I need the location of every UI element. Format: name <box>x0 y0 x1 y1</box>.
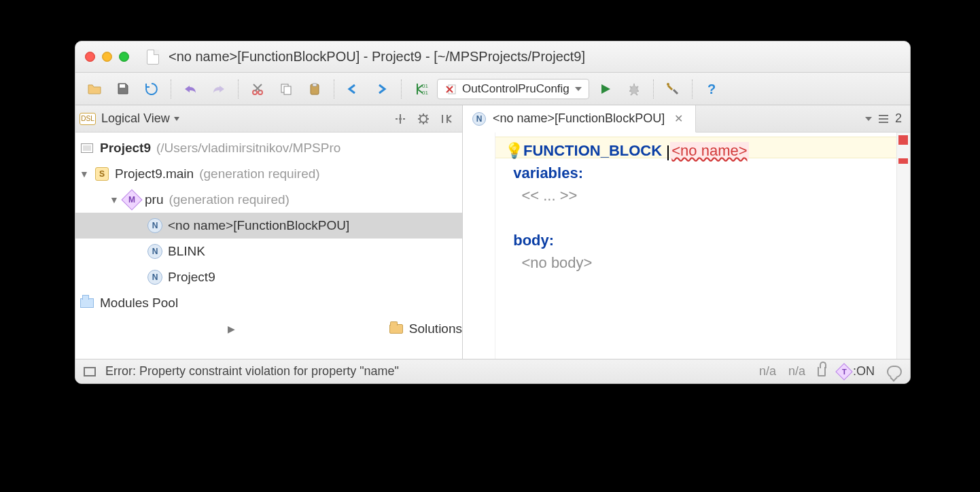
tree-label: Project9 <box>168 270 215 285</box>
run-button[interactable] <box>593 79 618 99</box>
project-panel-header: DSL Logical View <box>75 105 462 133</box>
typesystem-icon[interactable]: T <box>835 363 852 380</box>
main-toolbar: 0101 OutControlPruConfig ? <box>75 73 910 105</box>
project-icon <box>81 143 93 153</box>
svg-rect-6 <box>313 84 317 86</box>
expander-icon[interactable] <box>109 194 119 205</box>
run-config-combo[interactable]: OutControlPruConfig <box>437 79 589 99</box>
readonly-lock-icon[interactable] <box>818 367 826 376</box>
tree-model-node[interactable]: M pru (generation required) <box>75 187 462 213</box>
error-marker[interactable] <box>898 135 908 145</box>
code-editor[interactable]: 💡FUNCTION_BLOCK <no name> variables: << … <box>495 133 896 359</box>
project-view-label: Logical View <box>101 111 170 125</box>
svg-point-13 <box>399 118 402 120</box>
window-close-button[interactable] <box>85 52 95 62</box>
editor-panel: N <no name>[FunctionBlockPOU] ✕ 2 💡FUNCT… <box>463 105 910 359</box>
tree-path: (/Users/vladimirsitnikov/MPSPro <box>156 141 340 156</box>
tree-modules-pool[interactable]: Modules Pool <box>75 290 462 316</box>
scroll-from-source-button[interactable] <box>391 110 409 128</box>
redo-button[interactable] <box>207 79 231 99</box>
editor-gutter <box>463 133 495 359</box>
editor-tab[interactable]: N <no name>[FunctionBlockPOU] ✕ <box>463 105 696 133</box>
chevron-down-icon <box>174 117 179 121</box>
close-tab-button[interactable]: ✕ <box>671 112 686 125</box>
toolbar-separator <box>401 80 402 99</box>
tabs-tools: 2 <box>857 105 910 132</box>
status-icon[interactable] <box>84 367 96 376</box>
intention-bulb-icon[interactable]: 💡 <box>505 142 523 159</box>
cut-button[interactable] <box>245 79 270 99</box>
titlebar: <no name>[FunctionBlockPOU] - Project9 -… <box>75 41 910 73</box>
window-minimize-button[interactable] <box>102 52 112 62</box>
file-icon <box>147 50 159 65</box>
toolbar-separator <box>653 80 654 99</box>
open-button[interactable] <box>82 79 107 99</box>
status-indicator: n/a <box>759 364 776 379</box>
modules-pool-icon <box>80 298 94 308</box>
editor-wrap: 💡FUNCTION_BLOCK <no name> variables: << … <box>463 133 910 359</box>
editor-error-placeholder[interactable]: <no name> <box>670 142 748 159</box>
save-all-button[interactable] <box>111 79 135 99</box>
window-maximize-button[interactable] <box>119 52 129 62</box>
svg-point-14 <box>420 116 427 122</box>
tabs-dropdown-icon[interactable] <box>865 117 872 121</box>
debug-button[interactable] <box>622 79 646 99</box>
tree-note: (generation required) <box>169 192 289 207</box>
expander-icon[interactable] <box>80 323 383 334</box>
project-view-selector[interactable]: Logical View <box>101 111 179 126</box>
tree-label: Project9.main <box>115 166 194 181</box>
hide-panel-button[interactable] <box>438 110 455 128</box>
tree-node-item[interactable]: N Project9 <box>75 264 462 290</box>
window-title: <no name>[FunctionBlockPOU] - Project9 -… <box>169 49 585 65</box>
error-stripe[interactable] <box>896 133 910 359</box>
tree-project-root[interactable]: Project9 (/Users/vladimirsitnikov/MPSPro <box>75 135 462 161</box>
toolbar-separator <box>692 80 693 99</box>
node-icon: N <box>472 112 486 126</box>
project-panel: DSL Logical View Project9 (/Users/vlad <box>75 105 463 359</box>
error-marker[interactable] <box>898 158 908 164</box>
expander-icon[interactable] <box>80 169 89 179</box>
typesystem-state: :ON <box>853 364 875 379</box>
feedback-icon[interactable] <box>887 366 902 378</box>
sync-button[interactable] <box>139 79 164 99</box>
editor-tabs: N <no name>[FunctionBlockPOU] ✕ 2 <box>463 105 910 133</box>
tree-label: BLINK <box>168 244 205 259</box>
editor-keyword: FUNCTION_BLOCK <box>523 142 662 159</box>
tree-note: (generation required) <box>199 166 319 181</box>
status-bar: Error: Property constraint violation for… <box>75 359 910 383</box>
undo-button[interactable] <box>178 79 203 99</box>
dsl-icon: DSL <box>80 113 96 125</box>
content-area: DSL Logical View Project9 (/Users/vlad <box>75 105 910 359</box>
help-button[interactable]: ? <box>699 79 724 99</box>
svg-text:?: ? <box>707 82 716 96</box>
node-icon: N <box>147 218 162 233</box>
svg-point-11 <box>667 83 669 86</box>
tree-label: pru <box>145 192 163 207</box>
panel-settings-button[interactable] <box>415 110 432 128</box>
make-button[interactable]: 0101 <box>408 79 433 99</box>
tree-solution-node[interactable]: S Project9.main (generation required) <box>75 161 462 187</box>
copy-button[interactable] <box>274 79 298 99</box>
tree-node-item[interactable]: N <no name>[FunctionBlockPOU] <box>75 213 462 239</box>
editor-keyword: body: <box>513 232 554 249</box>
tree-node-item[interactable]: N BLINK <box>75 239 462 264</box>
settings-button[interactable] <box>661 79 685 99</box>
editor-placeholder[interactable]: << ... >> <box>521 187 577 204</box>
editor-content: 💡FUNCTION_BLOCK <no name> variables: << … <box>505 139 887 274</box>
nav-forward-button[interactable] <box>370 79 394 99</box>
svg-rect-0 <box>120 84 125 88</box>
node-icon: N <box>147 270 162 285</box>
nav-back-button[interactable] <box>341 79 366 99</box>
status-indicator: n/a <box>788 364 805 379</box>
toolbar-separator <box>171 80 171 99</box>
tree-solutions-folder[interactable]: Solutions <box>75 316 462 342</box>
toolbar-separator <box>238 80 239 99</box>
svg-rect-4 <box>284 86 291 94</box>
editor-placeholder[interactable]: <no body> <box>521 254 592 271</box>
tabs-list-icon[interactable] <box>879 115 888 123</box>
svg-text:01: 01 <box>422 90 428 96</box>
window-controls <box>85 52 129 62</box>
project-tree[interactable]: Project9 (/Users/vladimirsitnikov/MPSPro… <box>75 133 462 359</box>
paste-button[interactable] <box>302 79 327 99</box>
svg-text:01: 01 <box>422 83 428 89</box>
